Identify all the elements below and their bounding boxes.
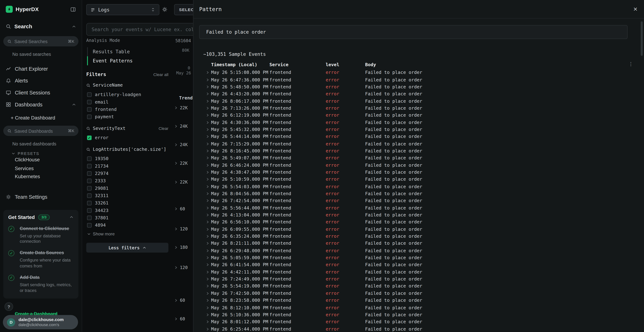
show-more-toggle[interactable]: Show more bbox=[87, 231, 168, 236]
less-filters-button[interactable]: Less filters bbox=[86, 243, 168, 252]
filter-group-header-cachesize[interactable]: LogAttributes['cache.size'] bbox=[86, 147, 168, 152]
preset-item[interactable]: Kubernetes bbox=[0, 172, 82, 181]
column-divider-icon[interactable]: ⋮ bbox=[364, 61, 368, 66]
sidebar-item-client-sessions[interactable]: Client Sessions bbox=[0, 86, 82, 98]
checkbox[interactable] bbox=[87, 92, 92, 96]
chevron-right-icon[interactable] bbox=[206, 85, 211, 89]
chevron-right-icon[interactable] bbox=[206, 106, 211, 110]
table-row[interactable]: May 26 4:38:47.000 PM frontend error Fai… bbox=[194, 169, 644, 176]
table-row[interactable]: May 26 8:12:10.000 PM frontend error Fai… bbox=[194, 304, 644, 311]
trend-row[interactable]: 120 bbox=[174, 226, 188, 231]
filter-option[interactable]: payment bbox=[86, 113, 168, 120]
table-row[interactable]: May 26 5:54:03.000 PM frontend error Fai… bbox=[194, 183, 644, 190]
checkbox[interactable] bbox=[87, 193, 92, 198]
chevron-right-icon[interactable] bbox=[206, 156, 211, 160]
saved-dashboards-input-wrap[interactable]: ⌘K bbox=[3, 126, 78, 136]
filter-option[interactable]: 33261 bbox=[86, 199, 168, 206]
chevron-right-icon[interactable] bbox=[206, 234, 211, 238]
chevron-right-icon[interactable] bbox=[206, 78, 211, 82]
trend-row[interactable]: 60 bbox=[174, 298, 185, 303]
table-row[interactable]: May 26 6:35:24.000 PM frontend error Fai… bbox=[194, 233, 644, 240]
sidebar-item-chart-explorer[interactable]: Chart Explorer bbox=[0, 63, 82, 75]
filter-group-header-servicename[interactable]: ServiceName bbox=[86, 82, 168, 88]
table-row[interactable]: May 26 8:23:58.000 PM frontend error Fai… bbox=[194, 297, 644, 304]
table-row[interactable]: May 26 6:47:36.000 PM frontend error Fai… bbox=[194, 76, 644, 83]
filter-option[interactable]: email bbox=[86, 98, 168, 106]
table-row[interactable]: May 26 7:42:50.000 PM frontend error Fai… bbox=[194, 290, 644, 297]
chevron-right-icon[interactable] bbox=[206, 149, 211, 153]
table-row[interactable]: May 26 6:56:10.000 PM frontend error Fai… bbox=[194, 218, 644, 226]
chevron-right-icon[interactable] bbox=[174, 124, 178, 128]
chevron-right-icon[interactable] bbox=[206, 120, 211, 124]
table-row[interactable]: May 26 5:45:32.000 PM frontend error Fai… bbox=[194, 126, 644, 133]
checkbox[interactable] bbox=[87, 178, 92, 183]
chevron-right-icon[interactable] bbox=[206, 249, 211, 252]
collapse-sidebar-icon[interactable] bbox=[70, 6, 76, 12]
table-row[interactable]: May 26 4:13:04.000 PM frontend error Fai… bbox=[194, 212, 644, 218]
column-divider-icon[interactable]: ⋮ bbox=[269, 61, 273, 66]
sidebar-item-dashboards[interactable]: Dashboards bbox=[0, 98, 82, 110]
chevron-right-icon[interactable] bbox=[206, 163, 211, 167]
get-started-item[interactable]: ✓ Create Data Sources Configure where yo… bbox=[8, 250, 74, 269]
presets-toggle[interactable]: PRESETS bbox=[12, 151, 82, 156]
column-divider-icon[interactable]: ⋮ bbox=[324, 61, 328, 66]
chevron-right-icon[interactable] bbox=[206, 192, 211, 196]
filter-option[interactable]: 32311 bbox=[86, 192, 168, 199]
chevron-right-icon[interactable] bbox=[206, 128, 211, 132]
filter-option[interactable]: artillery-loadgen bbox=[86, 91, 168, 98]
chevron-right-icon[interactable] bbox=[174, 161, 178, 165]
checkbox[interactable] bbox=[87, 107, 92, 112]
chevron-right-icon[interactable] bbox=[206, 320, 211, 324]
close-icon[interactable]: × bbox=[633, 6, 638, 12]
sidebar-item-alerts[interactable]: Alerts bbox=[0, 75, 82, 87]
get-started-item[interactable]: ✓ Add Data Start sending logs, metrics, … bbox=[8, 274, 74, 294]
filter-option-error[interactable]: ✓ error bbox=[86, 134, 168, 141]
chevron-right-icon[interactable] bbox=[174, 298, 178, 302]
table-row[interactable]: May 26 5:15:08.000 PM frontend error Fai… bbox=[194, 69, 644, 76]
chevron-right-icon[interactable] bbox=[206, 227, 211, 231]
chevron-right-icon[interactable] bbox=[206, 299, 211, 302]
table-row[interactable]: May 26 5:56:44.000 PM frontend error Fai… bbox=[194, 204, 644, 212]
checkbox[interactable] bbox=[87, 201, 92, 205]
table-row[interactable]: May 26 5:54:19.000 PM frontend error Fai… bbox=[194, 283, 644, 290]
chevron-right-icon[interactable] bbox=[174, 317, 178, 320]
filter-group-header-severitytext[interactable]: SeverityText Clear bbox=[86, 126, 168, 131]
source-select[interactable]: Logs bbox=[86, 4, 160, 15]
chevron-right-icon[interactable] bbox=[206, 135, 211, 139]
chevron-up-icon[interactable] bbox=[72, 24, 76, 28]
chevron-right-icon[interactable] bbox=[174, 227, 178, 230]
table-row[interactable]: May 26 5:49:07.000 PM frontend error Fai… bbox=[194, 154, 644, 162]
checkbox[interactable] bbox=[87, 171, 92, 176]
table-row[interactable]: May 26 6:41:54.000 PM frontend error Fai… bbox=[194, 261, 644, 268]
saved-dashboards-input[interactable] bbox=[14, 128, 65, 133]
chevron-right-icon[interactable] bbox=[174, 180, 178, 184]
checkbox[interactable] bbox=[87, 114, 92, 119]
chevron-right-icon[interactable] bbox=[206, 284, 211, 288]
table-row[interactable]: May 26 6:09:55.000 PM frontend error Fai… bbox=[194, 226, 644, 233]
table-row[interactable]: May 26 8:21:11.000 PM frontend error Fai… bbox=[194, 240, 644, 247]
saved-searches-input[interactable] bbox=[14, 39, 65, 44]
chevron-right-icon[interactable] bbox=[206, 99, 211, 103]
checkbox[interactable] bbox=[87, 215, 92, 220]
checkbox[interactable] bbox=[87, 223, 92, 227]
checkbox[interactable] bbox=[87, 186, 92, 190]
checkbox[interactable] bbox=[87, 156, 92, 161]
table-row[interactable]: May 26 5:44:14.000 PM frontend error Fai… bbox=[194, 133, 644, 140]
chevron-up-icon[interactable] bbox=[70, 215, 74, 219]
chevron-right-icon[interactable] bbox=[206, 306, 211, 310]
chevron-right-icon[interactable] bbox=[206, 213, 211, 217]
trend-row[interactable]: 22K bbox=[174, 105, 188, 110]
table-row[interactable]: May 26 5:05:59.000 PM frontend error Fai… bbox=[194, 254, 644, 261]
clear-link[interactable]: Clear bbox=[158, 126, 168, 130]
chevron-right-icon[interactable] bbox=[206, 292, 211, 295]
chevron-right-icon[interactable] bbox=[174, 266, 178, 269]
table-row[interactable]: May 26 4:43:20.000 PM frontend error Fai… bbox=[194, 90, 644, 98]
chevron-right-icon[interactable] bbox=[174, 207, 178, 210]
table-menu-icon[interactable]: ⋮ bbox=[628, 61, 634, 67]
chevron-right-icon[interactable] bbox=[206, 71, 211, 74]
checkbox[interactable] bbox=[87, 164, 92, 168]
filter-option[interactable]: frontend bbox=[86, 106, 168, 113]
chevron-right-icon[interactable] bbox=[206, 313, 211, 316]
table-row[interactable]: May 26 8:06:17.000 PM frontend error Fai… bbox=[194, 98, 644, 105]
table-row[interactable]: May 26 7:24:49.000 PM frontend error Fai… bbox=[194, 276, 644, 283]
